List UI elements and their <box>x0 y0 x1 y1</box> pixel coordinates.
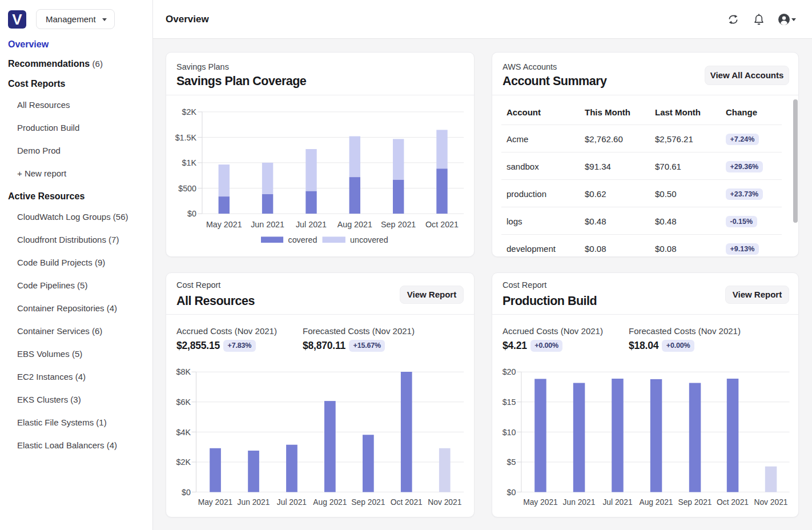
svg-text:Jun 2021: Jun 2021 <box>563 498 596 507</box>
svg-text:Nov 2021: Nov 2021 <box>754 498 787 507</box>
svg-text:Oct 2021: Oct 2021 <box>391 498 423 507</box>
svg-text:Aug 2021: Aug 2021 <box>337 220 372 229</box>
svg-text:$500: $500 <box>178 184 196 193</box>
svg-text:$2K: $2K <box>176 457 191 467</box>
svg-text:Sep 2021: Sep 2021 <box>678 498 711 507</box>
svg-text:$5: $5 <box>507 457 516 467</box>
svg-text:Jul 2021: Jul 2021 <box>602 498 632 507</box>
svg-text:Nov 2021: Nov 2021 <box>428 498 461 507</box>
svg-text:$2K: $2K <box>182 107 197 117</box>
svg-text:covered: covered <box>288 235 317 244</box>
svg-text:$0: $0 <box>182 488 191 497</box>
svg-text:Oct 2021: Oct 2021 <box>425 220 459 229</box>
svg-text:May 2021: May 2021 <box>523 498 558 507</box>
svg-text:Jun 2021: Jun 2021 <box>238 498 270 507</box>
svg-text:Jun 2021: Jun 2021 <box>251 220 284 229</box>
svg-text:May 2021: May 2021 <box>198 498 233 507</box>
svg-text:$4K: $4K <box>176 428 191 437</box>
svg-text:$10: $10 <box>503 428 516 437</box>
svg-text:Aug 2021: Aug 2021 <box>313 498 347 507</box>
svg-text:$8K: $8K <box>176 367 191 376</box>
svg-text:$1K: $1K <box>182 158 197 167</box>
svg-text:$15: $15 <box>503 398 516 407</box>
svg-text:uncovered: uncovered <box>350 235 388 244</box>
svg-text:$1.5K: $1.5K <box>175 133 197 142</box>
svg-text:Jul 2021: Jul 2021 <box>277 498 307 507</box>
svg-text:$6K: $6K <box>176 398 191 407</box>
svg-text:Oct 2021: Oct 2021 <box>717 498 749 507</box>
svg-text:Jul 2021: Jul 2021 <box>296 220 327 229</box>
svg-text:$0: $0 <box>507 488 516 497</box>
svg-text:Aug 2021: Aug 2021 <box>639 498 673 507</box>
svg-text:Sep 2021: Sep 2021 <box>381 220 416 229</box>
svg-text:Sep 2021: Sep 2021 <box>351 498 385 507</box>
svg-text:May 2021: May 2021 <box>206 220 242 229</box>
svg-text:$0: $0 <box>187 209 196 218</box>
svg-text:$20: $20 <box>503 367 516 376</box>
